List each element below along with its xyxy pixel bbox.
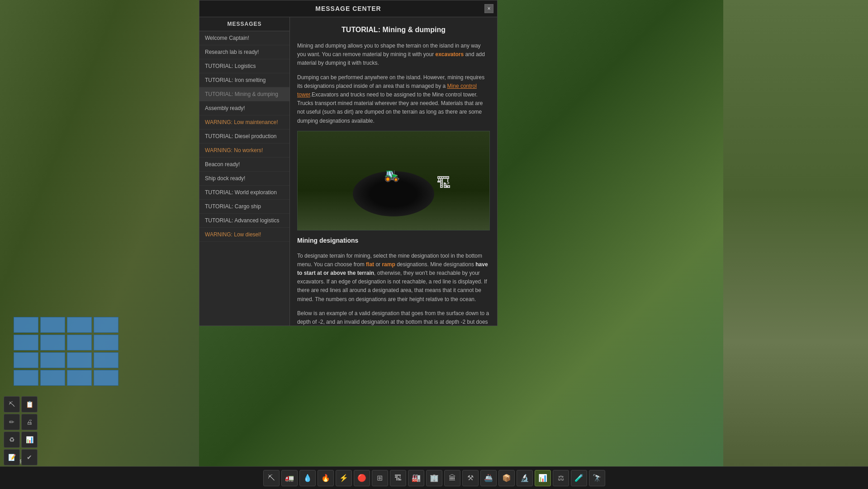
mine-scene-image: 🚜 🏗 — [297, 131, 490, 230]
terrain-right — [723, 0, 868, 489]
toolbar-icon-fire[interactable]: 🔥 — [318, 470, 334, 486]
mining-machine-icon: 🏗 — [436, 172, 451, 194]
message-item-9[interactable]: Beacon ready! — [199, 158, 289, 172]
ramp-link[interactable]: ramp — [382, 261, 395, 268]
modal-header: MESSAGE CENTER × — [199, 0, 497, 17]
message-item-5[interactable]: Assembly ready! — [199, 101, 289, 115]
tool-icon-2[interactable]: 📋 — [21, 396, 38, 412]
tool-icon-3[interactable]: ✏ — [4, 414, 20, 430]
message-item-2[interactable]: TUTORIAL: Logistics — [199, 59, 289, 73]
toolbar-icon-logistics[interactable]: 📦 — [498, 470, 515, 486]
message-item-4[interactable]: TUTORIAL: Mining & dumping — [199, 87, 289, 101]
message-item-3[interactable]: TUTORIAL: Iron smelting — [199, 73, 289, 87]
toolbar-icon-build4[interactable]: 🏛 — [444, 470, 460, 486]
message-item-12[interactable]: TUTORIAL: Cargo ship — [199, 200, 289, 214]
toolbar-icon-grid[interactable]: ⊞ — [372, 470, 388, 486]
solar-panels — [14, 317, 127, 398]
tool-icon-1[interactable]: ⛏ — [4, 396, 20, 412]
excavators-link[interactable]: excavators — [435, 51, 464, 58]
message-items-container: Welcome Captain!Research lab is ready!TU… — [199, 31, 289, 242]
message-list: MESSAGES Welcome Captain!Research lab is… — [199, 17, 290, 326]
toolbar-icon-stop[interactable]: 🔴 — [354, 470, 370, 486]
content-para4: Below is an example of a valid designati… — [297, 309, 490, 326]
toolbar-icon-stats[interactable]: 📊 — [535, 470, 551, 486]
tool-icon-8[interactable]: ✔ — [21, 449, 38, 465]
flat-link[interactable]: flat — [366, 261, 374, 268]
message-item-14[interactable]: WARNING: Low diesel! — [199, 228, 289, 242]
message-item-0[interactable]: Welcome Captain! — [199, 31, 289, 45]
modal-title: MESSAGE CENTER — [315, 5, 381, 12]
toolbar-icon-balance[interactable]: ⚖ — [553, 470, 569, 486]
toolbar-icon-build5[interactable]: ⚒ — [462, 470, 479, 486]
toolbar-icon-ship[interactable]: 🚢 — [480, 470, 497, 486]
message-center-modal: MESSAGE CENTER × MESSAGES Welcome Captai… — [199, 0, 498, 326]
tool-icon-5[interactable]: ♻ — [4, 431, 20, 448]
section-mining-designations: Mining designations — [297, 236, 490, 245]
toolbar-icon-build3[interactable]: 🏢 — [426, 470, 442, 486]
message-item-10[interactable]: Ship dock ready! — [199, 172, 289, 186]
content-para3: To designate terrain for mining, select … — [297, 252, 490, 304]
message-item-11[interactable]: TUTORIAL: World exploration — [199, 186, 289, 200]
message-item-7[interactable]: TUTORIAL: Diesel production — [199, 129, 289, 144]
toolbar-icon-flask[interactable]: 🧪 — [571, 470, 587, 486]
content-para1: Mining and dumping allows you to shape t… — [297, 42, 490, 68]
tool-icon-4[interactable]: 🖨 — [21, 414, 38, 430]
tools-grid: ⛏ 📋 ✏ 🖨 ♻ 📊 📝 ✔ — [4, 396, 38, 465]
toolbar-icon-build2[interactable]: 🏭 — [408, 470, 424, 486]
toolbar-icon-telescope[interactable]: 🔭 — [589, 470, 605, 486]
content-para2: Dumping can be performed anywhere on the… — [297, 73, 490, 125]
bottom-toolbar: ⛏ 🚛 💧 🔥 ⚡ 🔴 ⊞ 🏗 🏭 🏢 🏛 ⚒ 🚢 📦 🔬 📊 ⚖ 🧪 🔭 — [0, 466, 868, 489]
tool-icon-7[interactable]: 📝 — [4, 449, 20, 465]
content-title: TUTORIAL: Mining & dumping — [297, 24, 490, 35]
message-item-13[interactable]: TUTORIAL: Advanced logistics — [199, 214, 289, 228]
modal-body: MESSAGES Welcome Captain!Research lab is… — [199, 17, 497, 326]
messages-header: MESSAGES — [199, 17, 289, 31]
message-item-1[interactable]: Research lab is ready! — [199, 45, 289, 59]
toolbar-icon-excavate[interactable]: ⛏ — [263, 470, 280, 486]
toolbar-icon-build1[interactable]: 🏗 — [390, 470, 406, 486]
excavator-icon: 🚜 — [384, 166, 400, 185]
tool-icon-6[interactable]: 📊 — [21, 431, 38, 448]
message-item-8[interactable]: WARNING: No workers! — [199, 144, 289, 158]
message-content: TUTORIAL: Mining & dumping Mining and du… — [290, 17, 497, 326]
mine-scene-graphic: 🚜 🏗 — [298, 131, 489, 230]
toolbar-icon-water[interactable]: 💧 — [299, 470, 316, 486]
modal-close-button[interactable]: × — [484, 4, 493, 13]
toolbar-icon-power[interactable]: ⚡ — [336, 470, 352, 486]
toolbar-icon-science[interactable]: 🔬 — [517, 470, 533, 486]
message-item-6[interactable]: WARNING: Low maintenance! — [199, 115, 289, 129]
toolbar-icon-transport[interactable]: 🚛 — [281, 470, 298, 486]
